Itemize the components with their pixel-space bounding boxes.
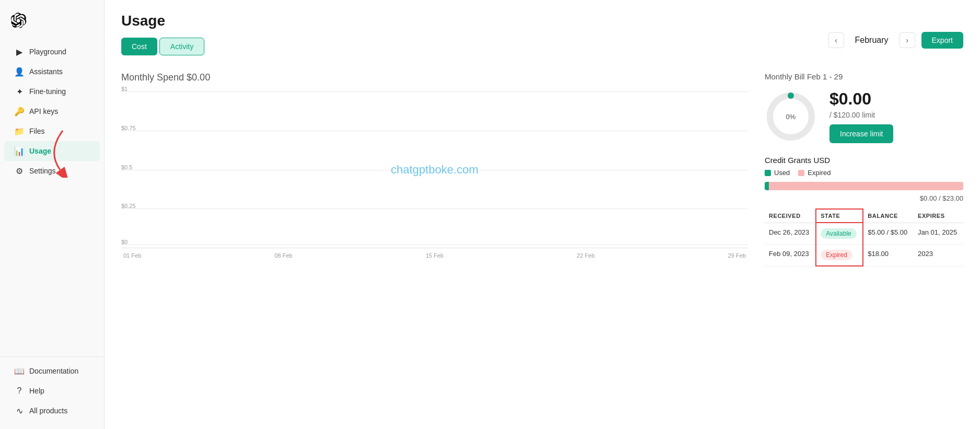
row2-received: Feb 09, 2023 xyxy=(765,245,816,266)
sidebar-item-label: Settings xyxy=(29,167,56,175)
donut-chart: 0% xyxy=(765,90,817,143)
chart-section: Monthly Spend $0.00 $1 $0.75 $0.5 $0.25 xyxy=(121,72,748,416)
chart-xlabel-5: 29 Feb xyxy=(728,252,746,259)
table-row: Feb 09, 2023 Expired $18.00 2023 xyxy=(765,245,963,266)
game-controller-icon: ▶ xyxy=(15,47,24,56)
chart-ylabel-1: $1 xyxy=(121,86,128,92)
title-and-tabs: Usage Cost Activity xyxy=(121,13,204,68)
sidebar-item-label: Fine-tuning xyxy=(29,87,66,96)
month-nav: ‹ February › xyxy=(828,32,915,48)
progress-amount: $0.00 / $23.00 xyxy=(765,194,963,202)
progress-used xyxy=(765,182,769,190)
gear-icon: ⚙ xyxy=(15,166,24,176)
sidebar-item-label: API keys xyxy=(29,107,58,115)
credit-grants-title: Credit Grants USD xyxy=(765,156,963,165)
credit-grants-title-text: Credit Grants xyxy=(765,156,811,165)
col-state: STATE xyxy=(816,209,863,223)
legend-expired: Expired xyxy=(798,169,831,177)
sidebar-item-fine-tuning[interactable]: ✦ Fine-tuning xyxy=(4,82,100,101)
top-bar: Usage Cost Activity ‹ February › Export xyxy=(121,13,963,68)
sidebar-item-label: Usage xyxy=(29,147,51,155)
sidebar-item-help[interactable]: ? Help xyxy=(4,381,100,401)
chart-xlabel-4: 22 Feb xyxy=(577,252,595,259)
prev-month-button[interactable]: ‹ xyxy=(828,32,844,48)
expired-dot xyxy=(798,170,804,176)
chart-title-text: Monthly Spend xyxy=(121,72,184,83)
legend-expired-label: Expired xyxy=(808,169,831,177)
person-circle-icon: 👤 xyxy=(15,67,24,76)
tabs: Cost Activity xyxy=(121,38,204,55)
bill-content: 0% $0.00 / $120.00 limit Increase limit xyxy=(765,89,963,143)
grid-icon: ∿ xyxy=(15,406,24,415)
col-received: RECEIVED xyxy=(765,209,816,223)
col-expires: EXPIRES xyxy=(914,209,963,223)
bill-amount-section: $0.00 / $120.00 limit Increase limit xyxy=(829,89,893,143)
chart-gridline-2: $0.75 xyxy=(121,131,748,131)
key-icon: 🔑 xyxy=(15,107,24,116)
chart-ylabel-3: $0.5 xyxy=(121,164,132,170)
row2-state: Expired xyxy=(816,245,863,266)
monthly-bill-title: Monthly Bill Feb 1 - 29 xyxy=(765,72,963,81)
chart-ylabel-4: $0.25 xyxy=(121,203,136,209)
row1-expires: Jan 01, 2025 xyxy=(914,223,963,245)
book-icon: 📖 xyxy=(15,366,24,376)
tune-icon: ✦ xyxy=(15,87,24,96)
sidebar-item-label: Help xyxy=(29,387,44,395)
chart-title: Monthly Spend $0.00 xyxy=(121,72,748,83)
legend-used: Used xyxy=(765,169,790,177)
chart-x-labels: 01 Feb 08 Feb 15 Feb 22 Feb 29 Feb xyxy=(121,252,748,259)
credit-grants-section: Credit Grants USD Used Expired xyxy=(765,156,963,266)
chart-gridline-1: $1 xyxy=(121,91,748,92)
header-right: ‹ February › Export xyxy=(828,32,963,49)
sidebar-item-all-products[interactable]: ∿ All products xyxy=(4,401,100,421)
chart-ylabel-5: $0 xyxy=(121,239,128,245)
increase-limit-button[interactable]: Increase limit xyxy=(829,124,893,143)
sidebar: ▶ Playground 👤 Assistants ✦ Fine-tuning … xyxy=(0,0,105,429)
sidebar-item-files[interactable]: 📁 Files xyxy=(4,121,100,141)
legend-used-label: Used xyxy=(774,169,790,177)
bill-limit: / $120.00 limit xyxy=(829,111,893,119)
next-month-button[interactable]: › xyxy=(900,32,915,48)
monthly-bill-title-text: Monthly Bill xyxy=(765,72,805,81)
row1-balance: $5.00 / $5.00 xyxy=(863,223,914,245)
col-balance: BALANCE xyxy=(863,209,914,223)
state-badge-expired: Expired xyxy=(821,250,852,260)
row2-expires: 2023 xyxy=(914,245,963,266)
main-content: Usage Cost Activity ‹ February › Export … xyxy=(105,0,980,429)
used-dot xyxy=(765,170,771,176)
sidebar-item-usage[interactable]: 📊 Usage xyxy=(4,141,100,161)
table-row: Dec 26, 2023 Available $5.00 / $5.00 Jan… xyxy=(765,223,963,245)
credit-legend: Used Expired xyxy=(765,169,963,177)
bar-chart-icon: 📊 xyxy=(15,146,24,156)
current-month-label: February xyxy=(848,36,895,45)
credit-table: RECEIVED STATE BALANCE EXPIRES Dec 26, 2… xyxy=(765,208,963,266)
chart-ylabel-2: $0.75 xyxy=(121,125,136,131)
chart-gridline-4: $0.25 xyxy=(121,208,748,209)
progress-expired xyxy=(769,182,963,190)
content-area: Monthly Spend $0.00 $1 $0.75 $0.5 $0.25 xyxy=(121,72,963,416)
credit-progress-bar xyxy=(765,182,963,190)
sidebar-item-label: Documentation xyxy=(29,367,78,375)
sidebar-item-settings[interactable]: ⚙ Settings xyxy=(4,161,100,181)
bill-amount: $0.00 xyxy=(829,89,893,109)
right-panel: Monthly Bill Feb 1 - 29 0% $0.00 / $120.… xyxy=(765,72,963,416)
chart-xlabel-2: 08 Feb xyxy=(274,252,292,259)
tab-activity[interactable]: Activity xyxy=(159,38,204,55)
page-title: Usage xyxy=(121,13,204,29)
folder-icon: 📁 xyxy=(15,126,24,136)
export-button[interactable]: Export xyxy=(921,32,963,49)
sidebar-item-documentation[interactable]: 📖 Documentation xyxy=(4,361,100,381)
chart-xlabel-1: 01 Feb xyxy=(123,252,141,259)
watermark: chatgptboke.com xyxy=(391,163,479,177)
sidebar-bottom: 📖 Documentation ? Help ∿ All products xyxy=(0,356,104,421)
tab-cost[interactable]: Cost xyxy=(121,38,157,55)
sidebar-item-assistants[interactable]: 👤 Assistants xyxy=(4,62,100,82)
row1-state: Available xyxy=(816,223,863,245)
question-icon: ? xyxy=(15,386,24,396)
chart-amount: $0.00 xyxy=(187,72,210,83)
sidebar-item-api-keys[interactable]: 🔑 API keys xyxy=(4,101,100,121)
sidebar-item-playground[interactable]: ▶ Playground xyxy=(4,42,100,62)
logo xyxy=(0,8,104,42)
monthly-bill-card: Monthly Bill Feb 1 - 29 0% $0.00 / $120.… xyxy=(765,72,963,143)
state-badge-available: Available xyxy=(821,228,856,239)
